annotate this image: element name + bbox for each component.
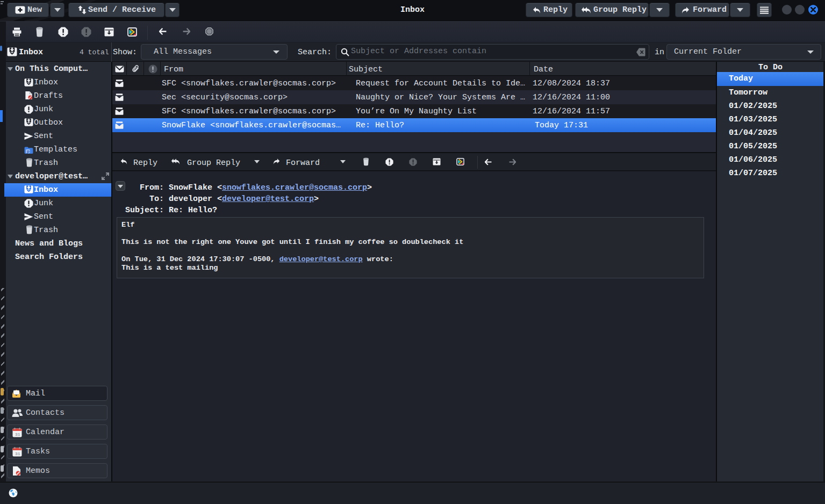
svg-text:31: 31 bbox=[15, 451, 20, 456]
svg-text:p: p bbox=[27, 149, 30, 154]
svg-text:31: 31 bbox=[15, 432, 20, 437]
